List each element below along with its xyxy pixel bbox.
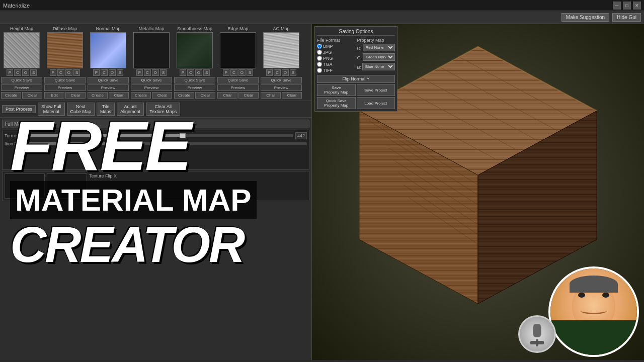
edge-quick-save[interactable]: Quick Save xyxy=(217,77,259,83)
hide-gui-button[interactable]: Hide Gui xyxy=(612,13,641,22)
b-channel-select[interactable]: Blue None xyxy=(362,63,395,70)
ao-o-btn[interactable]: O xyxy=(282,69,289,76)
metallic-map-preview xyxy=(133,32,170,68)
edge-o-btn[interactable]: O xyxy=(238,69,246,76)
metallic-c-btn[interactable]: C xyxy=(144,69,151,76)
edge-c-btn[interactable]: C xyxy=(230,69,237,76)
jpg-radio-item: JPG xyxy=(317,50,355,55)
presenter-thumbnail xyxy=(548,266,639,357)
height-quick-save[interactable]: Quick Save xyxy=(1,77,42,83)
normal-map-card: Normal Map P C O S Quick Save Preview Cr… xyxy=(88,26,129,99)
flip-normal-y-btn[interactable]: Flip Normal Y xyxy=(317,75,395,83)
metallic-map-icons: P C O S xyxy=(136,69,167,76)
make-suggestion-button[interactable]: Make Suggestion xyxy=(561,13,609,22)
height-o-btn[interactable]: O xyxy=(22,69,29,76)
smoothness-s-btn[interactable]: S xyxy=(203,69,210,76)
smoothness-clear-btn[interactable]: Clear xyxy=(195,92,215,99)
height-clear-btn[interactable]: Clear xyxy=(22,92,42,99)
metallic-s-btn[interactable]: S xyxy=(160,69,167,76)
bmp-radio[interactable] xyxy=(317,44,322,49)
metallic-preview-btn[interactable]: Preview xyxy=(131,84,172,91)
edge-map-card: Edge Map P C O S Quick Save Preview Char… xyxy=(217,26,259,99)
jpg-radio[interactable] xyxy=(317,50,322,55)
g-channel-select[interactable]: Green None xyxy=(363,53,395,61)
smoothness-actions: Create Clear xyxy=(174,92,215,99)
height-s-btn[interactable]: S xyxy=(30,69,37,76)
save-project-btn[interactable]: Save Project xyxy=(357,84,395,96)
smoothness-preview-btn[interactable]: Preview xyxy=(174,84,215,91)
ao-char-btn[interactable]: Char xyxy=(261,92,281,99)
smoothness-quick-save[interactable]: Quick Save xyxy=(174,77,215,83)
quick-save-property-map-btn[interactable]: Quick SaveProperty Map xyxy=(317,97,356,109)
save-property-map-btn[interactable]: SaveProperty Map xyxy=(317,84,356,96)
smoothness-c-btn[interactable]: C xyxy=(187,69,194,76)
tga-radio[interactable] xyxy=(317,62,322,67)
left-panel: Height Map P C O S Quick Save Preview Cr… xyxy=(0,24,312,360)
next-cube-map-btn[interactable]: NextCube Map xyxy=(67,103,95,116)
height-preview-btn[interactable]: Preview xyxy=(1,84,42,91)
show-full-material-btn[interactable]: Show FullMaterial xyxy=(38,103,65,116)
presenter-face xyxy=(550,268,637,355)
ao-p-btn[interactable]: P xyxy=(266,69,273,76)
edge-s-btn[interactable]: S xyxy=(247,69,253,76)
diffuse-s-btn[interactable]: S xyxy=(73,69,80,76)
tile-maps-btn[interactable]: TileMaps xyxy=(97,103,115,116)
metallic-quick-save[interactable]: Quick Save xyxy=(131,77,172,83)
tiff-radio[interactable] xyxy=(317,68,322,73)
clear-all-texture-maps-btn[interactable]: Clear AllTexture Maps xyxy=(146,103,180,116)
normal-create-btn[interactable]: Create xyxy=(88,92,108,99)
diffuse-preview-btn[interactable]: Preview xyxy=(44,84,86,91)
diffuse-quick-save[interactable]: Quick Save xyxy=(44,77,86,83)
normal-p-btn[interactable]: P xyxy=(93,69,100,76)
close-button[interactable]: ✕ xyxy=(633,2,641,10)
smoothness-create-btn[interactable]: Create xyxy=(174,92,194,99)
maximize-button[interactable]: □ xyxy=(623,2,631,10)
ao-s-btn[interactable]: S xyxy=(290,69,296,76)
diffuse-map-card: Diffuse Map P C O S Quick Save Preview E… xyxy=(44,26,86,99)
normal-o-btn[interactable]: O xyxy=(109,69,116,76)
bmp-label: BMP xyxy=(323,44,333,49)
post-process-btn[interactable]: Post Process xyxy=(2,105,36,113)
diffuse-p-btn[interactable]: P xyxy=(50,69,56,76)
property-map-label: Property Map xyxy=(357,38,395,43)
ao-quick-save[interactable]: Quick Save xyxy=(261,77,302,83)
height-p-btn[interactable]: P xyxy=(7,69,13,76)
ao-map-icons: P C O S xyxy=(266,69,297,76)
adjust-alignment-btn[interactable]: AdjustAlignment xyxy=(117,103,144,116)
saving-options-columns: File Format BMP JPG PNG TGA TIFF Propert… xyxy=(317,38,395,74)
diffuse-clear-btn[interactable]: Clear xyxy=(65,92,86,99)
r-channel-select[interactable]: Red None xyxy=(363,44,395,51)
normal-quick-save[interactable]: Quick Save xyxy=(88,77,129,83)
ao-map-card: AO Map P C O S Quick Save Preview Char C… xyxy=(261,26,302,99)
smoothness-o-btn[interactable]: O xyxy=(195,69,202,76)
png-radio[interactable] xyxy=(317,56,322,61)
ao-preview-btn[interactable]: Preview xyxy=(261,84,302,91)
smoothness-p-btn[interactable]: P xyxy=(180,69,186,76)
minimize-button[interactable]: ─ xyxy=(613,2,621,10)
diffuse-c-btn[interactable]: C xyxy=(57,69,64,76)
metallic-cleat-btn[interactable]: Cleat xyxy=(152,92,172,99)
load-project-btn[interactable]: Load Project xyxy=(357,97,395,109)
height-create-btn[interactable]: Create xyxy=(1,92,21,99)
saving-options-panel: Saving Options File Format BMP JPG PNG T… xyxy=(314,26,397,112)
ao-actions: Char Clear xyxy=(261,92,302,99)
edge-clear-btn[interactable]: Clear xyxy=(238,92,259,99)
metallic-o-btn[interactable]: O xyxy=(152,69,159,76)
normal-preview-btn[interactable]: Preview xyxy=(88,84,129,91)
normal-c-btn[interactable]: C xyxy=(101,69,108,76)
saving-action-buttons: Flip Normal Y SaveProperty Map Save Proj… xyxy=(317,75,395,109)
normal-clear-btn[interactable]: Clear xyxy=(109,92,129,99)
diffuse-edit-btn[interactable]: Edit xyxy=(44,92,64,99)
normal-s-btn[interactable]: S xyxy=(117,69,123,76)
ao-clear-btn[interactable]: Clear xyxy=(282,92,302,99)
tiff-radio-item: TIFF xyxy=(317,68,355,73)
edge-p-btn[interactable]: P xyxy=(223,69,229,76)
metallic-p-btn[interactable]: P xyxy=(136,69,143,76)
edge-char-btn[interactable]: Char xyxy=(217,92,237,99)
edge-preview-btn[interactable]: Preview xyxy=(217,84,259,91)
ao-c-btn[interactable]: C xyxy=(274,69,281,76)
diffuse-o-btn[interactable]: O xyxy=(65,69,72,76)
height-c-btn[interactable]: C xyxy=(14,69,21,76)
metallic-create-btn[interactable]: Create xyxy=(131,92,151,99)
window-controls: ─ □ ✕ xyxy=(613,2,641,10)
